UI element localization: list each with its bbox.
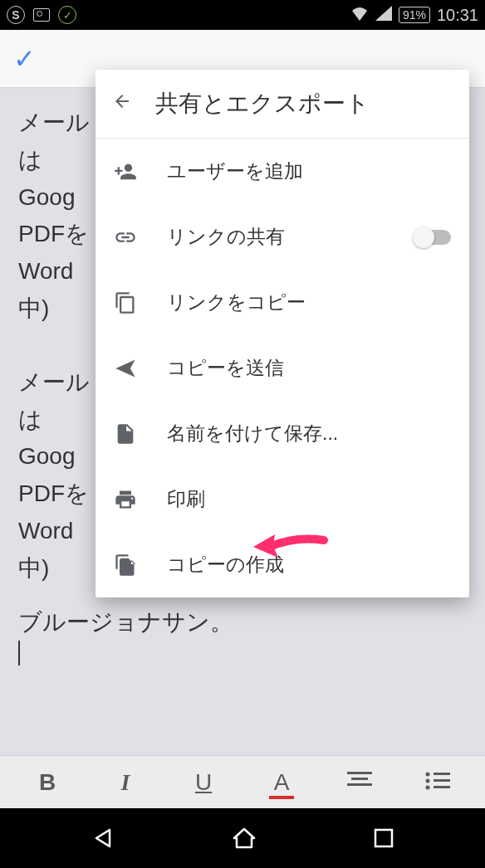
- link-sharing-toggle[interactable]: [414, 230, 451, 245]
- modal-backdrop[interactable]: 共有とエクスポート ユーザーを追加 リンクの共有 リンクをコピー: [0, 30, 485, 808]
- menu-item-save-as[interactable]: 名前を付けて保存...: [96, 401, 469, 466]
- menu-item-copy-link[interactable]: リンクをコピー: [96, 270, 469, 335]
- wifi-icon: [350, 6, 369, 24]
- home-button[interactable]: [232, 827, 257, 850]
- menu-item-label: ユーザーを追加: [167, 158, 451, 184]
- image-notification-icon: [33, 8, 50, 22]
- battery-indicator: 91%: [399, 7, 430, 23]
- copy-icon: [114, 291, 137, 315]
- menu-item-label: コピーを送信: [167, 355, 451, 381]
- recents-button[interactable]: [374, 828, 394, 848]
- menu-item-label: リンクの共有: [167, 224, 414, 250]
- menu-item-link-sharing[interactable]: リンクの共有: [96, 204, 469, 270]
- menu-item-label: コピーの作成: [167, 552, 451, 578]
- menu-item-label: リンクをコピー: [167, 290, 451, 315]
- menu-header: 共有とエクスポート: [96, 70, 469, 139]
- menu-item-add-user[interactable]: ユーザーを追加: [96, 139, 469, 204]
- sync-ok-icon: ✓: [58, 6, 76, 24]
- print-icon: [114, 488, 137, 511]
- app-area: ✓ メール は Goog PDFを Word 中) メール は Goog PDF…: [0, 30, 485, 808]
- svg-rect-11: [375, 830, 392, 846]
- file-copy-icon: [114, 553, 137, 577]
- menu-item-make-copy[interactable]: コピーの作成: [96, 532, 469, 597]
- skype-icon: S: [7, 6, 25, 24]
- back-arrow-icon[interactable]: [112, 91, 132, 117]
- back-button[interactable]: [91, 827, 115, 850]
- file-icon: [114, 422, 137, 446]
- clock: 10:31: [437, 6, 478, 25]
- menu-item-print[interactable]: 印刷: [96, 466, 469, 532]
- menu-item-label: 名前を付けて保存...: [167, 421, 451, 446]
- share-export-menu: 共有とエクスポート ユーザーを追加 リンクの共有 リンクをコピー: [96, 70, 469, 597]
- link-icon: [114, 226, 137, 249]
- menu-item-label: 印刷: [167, 486, 451, 512]
- share-icon: [114, 357, 137, 380]
- person-add-icon: [114, 160, 137, 183]
- menu-item-send-copy[interactable]: コピーを送信: [96, 335, 469, 401]
- menu-title: 共有とエクスポート: [155, 88, 370, 119]
- android-nav-bar: [0, 808, 485, 868]
- signal-icon: [375, 6, 392, 24]
- status-bar: S ✓ 91% 10:31: [0, 0, 485, 30]
